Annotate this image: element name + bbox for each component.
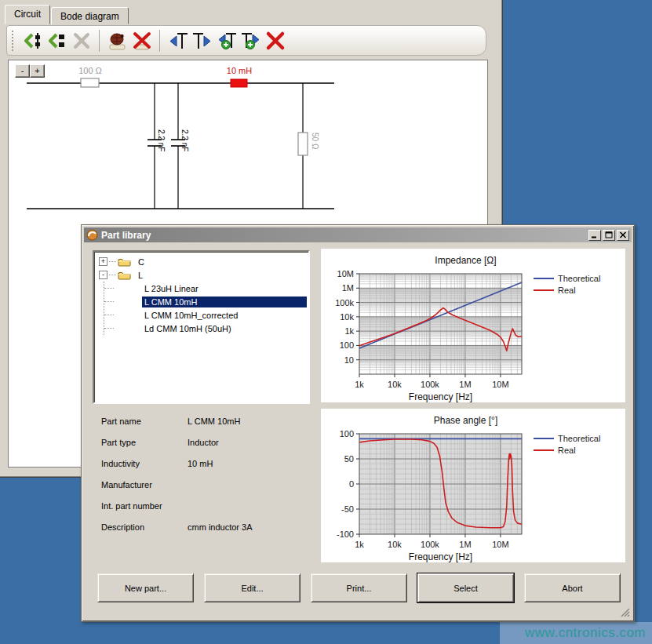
tab-circuit[interactable]: Circuit xyxy=(5,5,50,24)
svg-text:Theoretical: Theoretical xyxy=(558,434,600,443)
svg-text:10: 10 xyxy=(344,355,354,365)
inductor-l1-label: 10 mH xyxy=(227,66,252,75)
tree-label: L CMM 10mH_corrected xyxy=(142,310,240,321)
svg-text:1k: 1k xyxy=(355,540,364,549)
svg-text:100k: 100k xyxy=(335,298,354,307)
svg-text:10M: 10M xyxy=(492,540,508,549)
part-library-dialog: Part library + C - L xyxy=(81,224,635,622)
tree-item-l-cmm-10mh[interactable]: L CMM 10mH xyxy=(104,295,307,308)
svg-text:1k: 1k xyxy=(344,326,354,336)
toolbar-grip[interactable] xyxy=(12,31,15,51)
probe-add-left-icon[interactable] xyxy=(214,28,239,53)
select-button[interactable]: Select xyxy=(417,573,514,602)
svg-text:Impedance [Ω]: Impedance [Ω] xyxy=(435,255,496,266)
tree-node-l[interactable]: - L xyxy=(96,268,307,282)
svg-text:100: 100 xyxy=(340,429,354,438)
part-library-icon xyxy=(86,229,98,241)
capacitor-c2-label: 2.2 nF xyxy=(180,129,189,151)
probe-move-right-icon[interactable] xyxy=(190,28,214,53)
resistor-r2-label: 50 Ω xyxy=(311,133,319,150)
svg-text:-50: -50 xyxy=(341,504,354,514)
dialog-titlebar[interactable]: Part library xyxy=(84,227,632,242)
svg-text:1k: 1k xyxy=(355,380,364,389)
svg-text:100k: 100k xyxy=(421,380,439,389)
svg-text:1M: 1M xyxy=(342,283,354,293)
phase-angle-chart: 100500-50-1001k10k100k1M10MPhase angle [… xyxy=(321,409,625,562)
tree-item-l-cmm-10mh-corrected[interactable]: L CMM 10mH_corrected xyxy=(104,308,307,322)
close-icon[interactable] xyxy=(617,230,629,241)
detail-row-part-name: Part name L CMM 10mH xyxy=(101,410,310,431)
svg-text:-100: -100 xyxy=(337,529,354,539)
resize-grip[interactable] xyxy=(620,607,630,617)
expand-plus-icon[interactable]: + xyxy=(99,257,107,266)
svg-text:Frequency [Hz]: Frequency [Hz] xyxy=(409,551,472,562)
svg-text:1M: 1M xyxy=(459,380,471,389)
probe-add-right-icon[interactable] xyxy=(239,28,263,53)
svg-text:Theoretical: Theoretical xyxy=(558,274,600,283)
svg-text:Phase angle [°]: Phase angle [°] xyxy=(434,415,498,426)
folder-icon xyxy=(118,270,131,280)
delete-component-disabled-icon xyxy=(69,28,93,53)
minimize-button[interactable] xyxy=(588,230,601,241)
watermark: www.cntronics.com xyxy=(500,622,652,644)
maximize-button[interactable] xyxy=(603,230,615,241)
insert-component-left-icon[interactable] xyxy=(20,28,45,53)
svg-text:Real: Real xyxy=(558,286,576,295)
tab-bode-diagram[interactable]: Bode diagram xyxy=(51,7,129,24)
part-library-bug-icon[interactable] xyxy=(105,28,129,53)
tab-bar: Circuit Bode diagram xyxy=(5,4,129,24)
toolbar-separator xyxy=(159,30,160,52)
toolbar-separator xyxy=(99,30,100,52)
impedance-chart: 10M1M100k10k1k100101k10k100k1M10MImpedan… xyxy=(321,249,625,402)
resistor-r1[interactable] xyxy=(81,78,99,87)
print-button[interactable]: Print... xyxy=(311,573,407,602)
resistor-r1-label: 100 Ω xyxy=(78,66,102,75)
detail-row-description: Description cmm inductor 3A xyxy=(101,516,310,537)
resistor-r2[interactable] xyxy=(298,133,308,155)
abort-button[interactable]: Abort xyxy=(524,573,621,602)
probe-move-left-icon[interactable] xyxy=(166,28,190,53)
folder-icon xyxy=(118,257,131,267)
svg-text:Real: Real xyxy=(558,446,576,455)
svg-text:100: 100 xyxy=(340,340,354,350)
svg-text:100k: 100k xyxy=(421,540,439,549)
part-tree: + C - L L 23uH Linear L CMM 1 xyxy=(93,250,310,404)
tree-item-ld-cmm-10mh-50uh[interactable]: Ld CMM 10mH (50uH) xyxy=(104,322,307,335)
svg-text:0: 0 xyxy=(349,479,354,489)
svg-text:10k: 10k xyxy=(388,380,402,389)
detail-row-int-part-number: Int. part number xyxy=(101,495,310,516)
desktop: { "desktop": { "watermark": "www.cntroni… xyxy=(0,0,652,644)
zoom-out-button[interactable]: - xyxy=(15,64,30,78)
detail-row-part-type: Part type Inductor xyxy=(101,431,310,453)
tree-label: Ld CMM 10mH (50uH) xyxy=(142,323,234,334)
detail-row-inductivity: Inductivity 10 mH xyxy=(101,453,310,474)
tree-node-c[interactable]: + C xyxy=(96,255,307,268)
svg-text:Frequency [Hz]: Frequency [Hz] xyxy=(409,391,472,402)
probe-delete-icon[interactable] xyxy=(263,28,287,53)
toolbar xyxy=(6,25,486,56)
delete-part-icon[interactable] xyxy=(129,28,154,53)
tree-label: L 23uH Linear xyxy=(142,283,201,294)
svg-text:10M: 10M xyxy=(337,269,354,278)
svg-text:10k: 10k xyxy=(340,312,354,322)
inductor-l1[interactable] xyxy=(231,79,247,87)
svg-text:10M: 10M xyxy=(492,380,508,389)
capacitor-c1-label: 2.2 nF xyxy=(157,129,166,151)
tree-item-l23uh-linear[interactable]: L 23uH Linear xyxy=(104,282,307,295)
insert-part-left-icon[interactable] xyxy=(45,28,69,53)
svg-text:10k: 10k xyxy=(388,540,402,549)
tree-label: C xyxy=(136,257,147,267)
edit-button[interactable]: Edit... xyxy=(204,573,301,602)
tree-label: L xyxy=(136,270,145,281)
svg-text:1M: 1M xyxy=(459,540,471,549)
tree-label-selected: L CMM 10mH xyxy=(142,297,307,307)
dialog-title: Part library xyxy=(101,230,587,241)
zoom-in-button[interactable]: + xyxy=(30,64,45,78)
collapse-minus-icon[interactable]: - xyxy=(99,271,107,279)
part-details: Part name L CMM 10mH Part type Inductor … xyxy=(101,410,310,537)
new-part-button[interactable]: New part... xyxy=(97,573,194,602)
svg-text:50: 50 xyxy=(344,454,354,464)
detail-row-manufacturer: Manufacturer xyxy=(101,474,310,495)
